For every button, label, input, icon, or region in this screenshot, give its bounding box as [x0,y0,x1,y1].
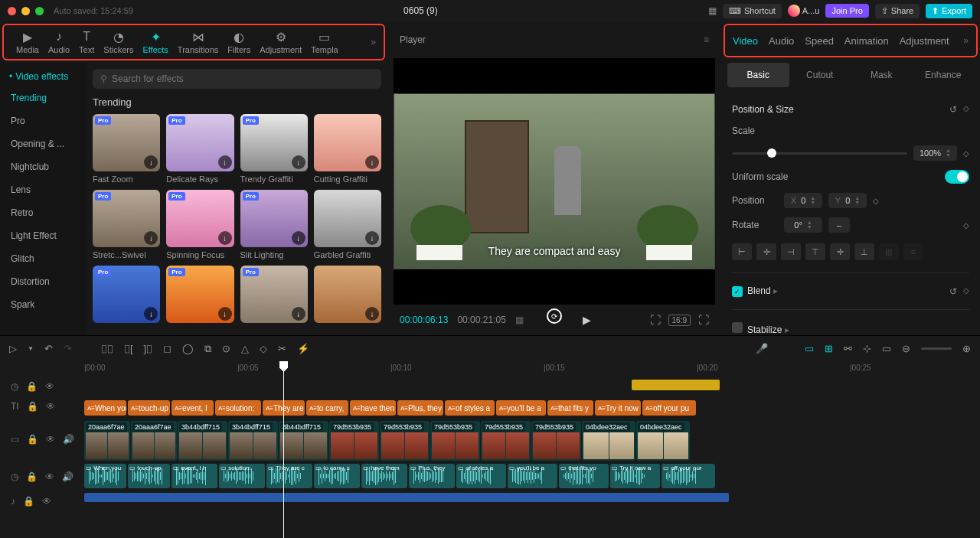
zoom-in-icon[interactable]: ⊕ [962,343,971,354]
subtitle-track[interactable]: A≡ When youA≡ touch-upA≡ event, IA≡ solu… [84,398,980,418]
position-x[interactable]: X0▲▼ [784,193,822,208]
subtitle-clip[interactable]: A≡ of styles a [445,400,495,416]
main-tab-media[interactable]: ▶Media [11,30,44,54]
clock-icon[interactable]: ◷ [11,381,18,392]
mark-icon[interactable]: ◯ [182,343,194,354]
video-clip[interactable]: 79d553b935 [481,421,531,461]
trim-right-icon[interactable]: ]⌷ [144,343,153,354]
rotate-value[interactable]: 0°▲▼ [784,217,822,233]
download-icon[interactable]: ↓ [292,231,305,245]
effect-card[interactable]: ↓Cutting Graffiti [314,114,381,184]
download-icon[interactable]: ↓ [144,231,158,245]
share-button[interactable]: ⇪Share [875,4,920,18]
video-clip[interactable]: 04bdee32aec [636,421,690,461]
scale-slider[interactable] [732,152,907,155]
speaker-icon[interactable]: 🔊 [63,434,74,445]
sub-tab-enhance[interactable]: Enhance [913,63,975,87]
download-icon[interactable]: ↓ [365,155,379,169]
download-icon[interactable]: ↓ [292,307,305,321]
preview-icon[interactable]: ▭ [882,343,891,354]
maximize-window[interactable] [35,7,44,15]
subtitle-clip[interactable]: A≡ Try it now [595,400,641,416]
effect-card[interactable]: Pro↓Spinning Focus [166,190,234,259]
link-icon[interactable]: ⚯ [844,343,852,354]
subtitle-clip[interactable]: A≡ Plus, they [397,400,443,416]
sidebar-item[interactable]: Lens [0,178,87,201]
more-tabs-icon[interactable]: » [371,37,376,47]
sidebar-item[interactable]: Light Effect [0,224,87,247]
main-tab-transitions[interactable]: ⋈Transitions [173,30,223,54]
audio-clip[interactable]: ▭ have them [361,464,407,488]
audio-clip[interactable]: ▭ Try it now a [610,464,660,488]
align-bottom[interactable]: ⊥ [854,243,874,260]
effect-card[interactable]: ↓Garbled Graffiti [314,190,381,259]
effect-card[interactable]: Pro↓Stretc...Swivel [93,190,160,259]
effect-card[interactable]: Pro↓ [93,266,160,326]
marker-track[interactable] [84,377,980,396]
sidebar-item[interactable]: Glitch [0,247,87,270]
audio-clip[interactable]: ▭ solution: [219,464,265,488]
audio-clip[interactable]: ▭ They are c [266,464,312,488]
sidebar-item[interactable]: Spark [0,293,87,316]
sub-tab-basic[interactable]: Basic [727,63,789,87]
refresh-icon[interactable]: ⟳ [547,308,562,324]
sidebar-item[interactable]: Retro [0,201,87,224]
inspector-tab-speed[interactable]: Speed [805,35,834,47]
mic-icon[interactable]: 🎤 [756,343,768,354]
main-tab-filters[interactable]: ◐Filters [223,30,255,54]
snap-icon[interactable]: ▭ [805,343,814,354]
inspector-tab-video[interactable]: Video [733,35,758,47]
align-right[interactable]: ⊣ [781,243,801,260]
music-icon[interactable]: ♪ [11,496,15,507]
aspect-ratio[interactable]: 16:9 [668,315,691,326]
download-icon[interactable]: ↓ [218,155,232,169]
lock-icon[interactable]: 🔒 [27,401,38,412]
subtitle-clip[interactable]: A≡ you'll be a [496,400,546,416]
split-icon[interactable]: ⌷⌷ [101,343,113,354]
effect-card[interactable]: Pro↓Fast Zoom [93,114,160,184]
select-tool[interactable]: ▷ [9,343,17,354]
search-input[interactable] [112,73,374,84]
text-icon[interactable]: TI [11,401,19,412]
audio-clip[interactable]: ▭ that fits yo [559,464,609,488]
fullscreen-icon[interactable]: ⛶ [698,314,709,326]
timeline-body[interactable]: |00:00|00:05|00:10|00:15|00:20|00:25 A≡ … [84,361,980,538]
crop2-icon[interactable]: ✂ [278,343,286,354]
blend-keyframe-icon[interactable]: ◇ [963,286,969,297]
play-button[interactable]: ▶ [583,314,591,326]
music-clip[interactable] [84,493,729,502]
subtitle-clip[interactable]: A≡ When you [84,400,126,416]
lock-icon[interactable]: 🔒 [26,381,38,392]
clock-icon[interactable]: ◷ [11,471,18,482]
player-menu-icon[interactable]: ≡ [704,34,709,45]
video-clip[interactable]: 20aaa6f7ae [131,421,177,461]
main-tab-audio[interactable]: ♪Audio [44,30,74,54]
audio-clip[interactable]: ▭ touch-up [128,464,170,488]
align-top[interactable]: ⊤ [805,243,825,260]
effect-card[interactable]: ↓ [314,266,381,326]
eye-icon[interactable]: 👁 [46,401,55,412]
rotate-dial[interactable]: – [828,217,850,233]
join-pro-button[interactable]: Join Pro [825,4,868,18]
export-button[interactable]: ⬆Export [926,4,972,18]
close-window[interactable] [8,7,16,15]
crop-icon[interactable]: ◻ [163,343,172,354]
position-keyframe[interactable]: ◇ [873,197,879,205]
select-dropdown[interactable]: ▼ [28,345,34,352]
subtitle-clip[interactable]: A≡ off your pu [642,400,696,416]
effect-card[interactable]: Pro↓Delicate Rays [166,114,234,184]
keyframe-icon[interactable]: ◇ [963,104,969,115]
audio-clip[interactable]: ▭ When you [84,464,126,488]
scale-keyframe[interactable]: ◇ [963,149,969,158]
inspector-tab-adjustment[interactable]: Adjustment [900,35,949,47]
download-icon[interactable]: ↓ [365,307,379,321]
download-icon[interactable]: ↓ [365,231,379,245]
sub-tab-mask[interactable]: Mask [851,63,913,87]
effect-card[interactable]: Pro↓Slit Lighting [240,190,308,259]
uniform-scale-toggle[interactable] [945,170,969,184]
lock-icon[interactable]: 🔒 [27,434,38,445]
fit-icon[interactable]: ⛶ [650,314,661,326]
magnet-icon[interactable]: ⊞ [825,343,833,354]
sidebar-item[interactable]: Distortion [0,270,87,293]
main-tab-text[interactable]: TText [74,30,99,54]
